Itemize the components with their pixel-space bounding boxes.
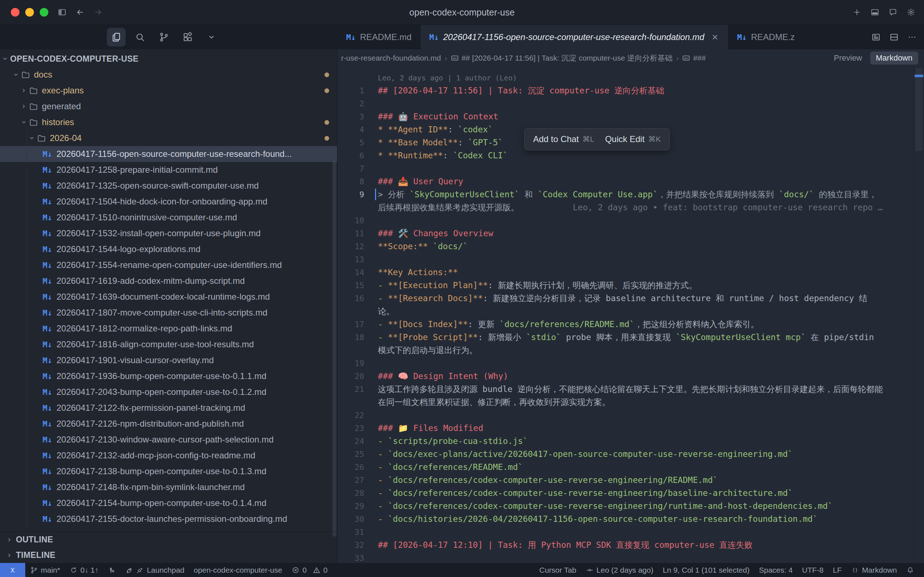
line-content[interactable]: ### 🤖 Execution Context xyxy=(378,110,498,123)
quick-edit-button[interactable]: Quick Edit⌘K xyxy=(605,134,661,144)
editor-line[interactable]: 2 xyxy=(338,97,914,110)
status-item-main-[interactable]: main* xyxy=(25,566,65,574)
line-content[interactable]: 这项工作跨多轮且涉及闭源 bundle 逆向分析，不能把核心结论留在聊天上下文里… xyxy=(378,383,883,396)
close-tab-icon[interactable] xyxy=(711,33,719,42)
more-actions-icon[interactable] xyxy=(908,32,917,42)
tree-file-row[interactable]: M↓20260417-2154-bump-open-computer-use-t… xyxy=(0,495,337,511)
sidebar-scrollbar[interactable] xyxy=(333,161,336,537)
line-content[interactable]: - **[Execution Plan]**: 新建长期执行计划，明确先调研、后… xyxy=(378,279,697,292)
editor-line[interactable]: 13 xyxy=(338,253,914,266)
tree-file-row[interactable]: M↓20260417-1325-open-source-swift-comput… xyxy=(0,178,337,193)
files-icon[interactable] xyxy=(107,28,126,47)
line-content[interactable]: **Key Actions:** xyxy=(378,266,458,279)
line-content[interactable]: 论。 xyxy=(378,305,394,318)
chat-icon[interactable] xyxy=(888,8,897,16)
tree-file-row[interactable]: M↓20260417-1639-document-codex-local-run… xyxy=(0,289,337,305)
tree-file-row[interactable]: M↓20260417-1544-logo-explorations.md xyxy=(0,241,337,257)
status-item-leo-2-days-ago-[interactable]: Leo (2 days ago) xyxy=(581,566,658,574)
editor-line[interactable]: 8### 📥 User Query xyxy=(338,175,914,188)
editor-line[interactable]: 23### 📁 Files Modified xyxy=(338,422,914,435)
tree-file-row[interactable]: M↓20260417-2130-window-aware-cursor-path… xyxy=(0,432,337,448)
maximize-window-button[interactable] xyxy=(40,8,48,16)
line-content[interactable]: **Scope:** `docs/` xyxy=(378,240,468,253)
tree-root[interactable]: OPEN-CODEX-COMPUTER-USE xyxy=(0,51,337,67)
chevron-right-icon[interactable] xyxy=(19,102,29,110)
close-window-button[interactable] xyxy=(11,8,19,16)
line-content[interactable]: - `docs/histories/2026-04/20260417-1156-… xyxy=(378,513,818,525)
line-content[interactable]: - **[Docs Index]**: 更新 `docs/references/… xyxy=(378,318,759,331)
tree-file-row[interactable]: M↓20260417-2132-add-mcp-json-config-to-r… xyxy=(0,448,337,463)
status-item-open-codex-computer-use[interactable]: open-codex-computer-use xyxy=(189,566,287,574)
chevron-right-icon[interactable] xyxy=(19,87,29,95)
status-item-0-1-[interactable]: 0↓ 1↑ xyxy=(65,566,103,574)
status-item[interactable] xyxy=(901,566,919,574)
add-to-chat-button[interactable]: Add to Chat⌘L xyxy=(533,134,594,144)
line-content[interactable]: ### 📁 Files Modified xyxy=(378,422,483,435)
line-content[interactable]: * **Base Model**: `GPT-5` xyxy=(378,136,503,149)
editor-line[interactable]: 后续再根据收集结果考虑实现开源版。Leo, 2 days ago • feat:… xyxy=(338,201,914,214)
remote-indicator[interactable] xyxy=(0,563,25,577)
tree-file-row[interactable]: M↓20260417-1812-normalize-repo-path-link… xyxy=(0,321,337,337)
chevron-down-icon[interactable] xyxy=(0,55,10,63)
tab-readme-z[interactable]: M↓ README.z xyxy=(729,25,864,49)
breadcrumb-item[interactable]: r-use-research-foundation.md xyxy=(341,54,441,62)
open-preview-icon[interactable] xyxy=(871,32,881,42)
back-icon[interactable] xyxy=(76,8,84,16)
line-content[interactable]: ### 🛠️ Changes Overview xyxy=(378,227,493,240)
editor-line[interactable]: 11### 🛠️ Changes Overview xyxy=(338,227,914,240)
status-item-cursor-tab[interactable]: Cursor Tab xyxy=(535,566,581,574)
tree-folder-row[interactable]: 2026-04 xyxy=(0,130,337,146)
status-item-markdown[interactable]: {}Markdown xyxy=(846,566,901,574)
editor-line[interactable]: 21这项工作跨多轮且涉及闭源 bundle 逆向分析，不能把核心结论留在聊天上下… xyxy=(338,383,914,396)
line-content[interactable]: ## [2026-04-17 11:56] | Task: 沉淀 compute… xyxy=(378,84,664,97)
minimize-window-button[interactable] xyxy=(25,8,34,16)
tree-file-row[interactable]: M↓20260417-1510-nonintrusive-computer-us… xyxy=(0,210,337,226)
editor-line[interactable]: 24- `scripts/probe-cua-stdio.js` xyxy=(338,435,914,448)
line-content[interactable]: ### 📥 User Query xyxy=(378,175,463,188)
tree-file-row[interactable]: M↓20260417-1554-rename-open-computer-use… xyxy=(0,257,337,273)
line-content[interactable]: * **Agent ID**: `codex` xyxy=(378,123,493,136)
line-content[interactable]: > 分析 `SkyComputerUseClient` 和 `Codex Com… xyxy=(378,188,877,201)
editor-line[interactable]: 16- **[Research Docs]**: 新建独立逆向分析目录，记录 b… xyxy=(338,292,914,305)
tree-file-row[interactable]: M↓20260417-1901-visual-cursor-overlay.md xyxy=(0,352,337,368)
status-item-lf[interactable]: LF xyxy=(828,566,847,574)
editor-line[interactable]: 28- `docs/references/codex-computer-use-… xyxy=(338,487,914,500)
editor-line[interactable]: 22 xyxy=(338,409,914,422)
line-content[interactable]: - `docs/references/codex-computer-use-re… xyxy=(378,474,718,487)
breadcrumb-preview-label[interactable]: Preview xyxy=(834,53,862,63)
line-content[interactable]: - `scripts/probe-cua-stdio.js` xyxy=(378,435,528,448)
tree-file-row[interactable]: M↓20260417-2148-fix-npm-bin-symlink-laun… xyxy=(0,479,337,495)
tree-folder-row[interactable]: docs xyxy=(0,67,337,82)
status-item[interactable] xyxy=(103,566,121,574)
extensions-icon[interactable] xyxy=(178,28,197,47)
editor-line[interactable]: 29- `docs/references/codex-computer-use-… xyxy=(338,500,914,513)
tree-file-row[interactable]: M↓20260417-1504-hide-dock-icon-for-onboa… xyxy=(0,193,337,210)
editor-line[interactable]: 31 xyxy=(338,525,914,538)
chevron-down-icon[interactable] xyxy=(19,118,29,126)
editor-line[interactable]: 9> 分析 `SkyComputerUseClient` 和 `Codex Co… xyxy=(338,188,914,201)
branch-icon[interactable] xyxy=(155,28,173,47)
tree-file-row[interactable]: M↓20260417-1807-move-computer-use-cli-in… xyxy=(0,305,337,321)
tree-file-row[interactable]: M↓20260417-1532-install-open-computer-us… xyxy=(0,226,337,241)
tree-folder-row[interactable]: histories xyxy=(0,114,337,130)
line-content[interactable]: 后续再根据收集结果考虑实现开源版。Leo, 2 days ago • feat:… xyxy=(378,201,519,214)
line-content[interactable]: 模式下的启动与退出行为。 xyxy=(378,344,478,357)
forward-icon[interactable] xyxy=(94,8,102,16)
chevron-down-icon[interactable] xyxy=(11,71,21,79)
line-content[interactable]: ### 🧠 Design Intent (Why) xyxy=(378,370,508,383)
sidebar-section-outline[interactable]: OUTLINE xyxy=(0,532,337,548)
tree-file-row[interactable]: M↓20260417-2126-npm-distribution-and-pub… xyxy=(0,416,337,432)
tree-file-row[interactable]: M↓20260417-1156-open-source-computer-use… xyxy=(0,146,337,162)
editor-line[interactable]: 20### 🧠 Design Intent (Why) xyxy=(338,370,914,383)
tree-file-row[interactable]: M↓20260417-1936-bump-open-computer-use-t… xyxy=(0,368,337,384)
tree-file-row[interactable]: M↓20260417-2043-bump-open-computer-use-t… xyxy=(0,384,337,400)
line-content[interactable]: - **[Probe Script]**: 新增最小 `stdio` probe… xyxy=(378,331,874,344)
editor-line[interactable]: 30- `docs/histories/2026-04/20260417-115… xyxy=(338,513,914,525)
editor-line[interactable]: 33 xyxy=(338,551,914,563)
line-content[interactable]: - `docs/references/README.md` xyxy=(378,461,523,474)
overview-ruler[interactable] xyxy=(914,67,924,563)
editor-line[interactable]: 25- `docs/exec-plans/active/20260417-ope… xyxy=(338,448,914,461)
editor-line[interactable]: 12**Scope:** `docs/` xyxy=(338,240,914,253)
tree-file-row[interactable]: M↓20260417-2155-doctor-launches-permissi… xyxy=(0,511,337,527)
tree-file-row[interactable]: M↓20260417-2122-fix-permission-panel-tra… xyxy=(0,400,337,416)
